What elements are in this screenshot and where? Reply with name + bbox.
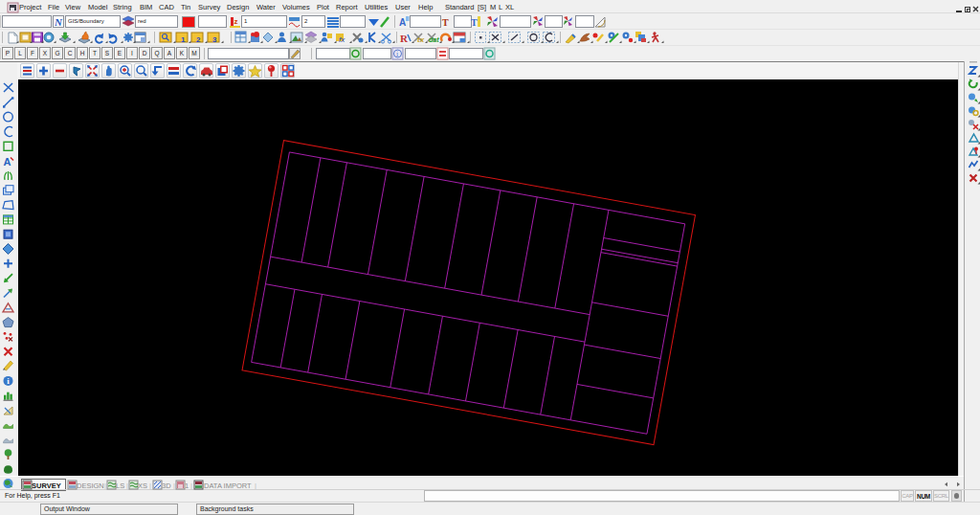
svg-text:fx: fx [339,35,345,44]
svg-text:T: T [442,17,449,28]
svg-text:A: A [399,17,406,28]
svg-text:dat: dat [429,36,439,43]
svg-text:i: i [396,50,399,58]
svg-text:R: R [400,33,409,44]
svg-text:1: 1 [181,35,186,44]
svg-text:i: i [7,376,10,386]
svg-text:T: T [471,17,478,28]
svg-text:tx: tx [417,35,425,44]
svg-text:A: A [4,156,11,168]
svg-text:z: z [234,17,238,26]
svg-text:2: 2 [196,35,201,44]
svg-text:3: 3 [212,35,217,44]
